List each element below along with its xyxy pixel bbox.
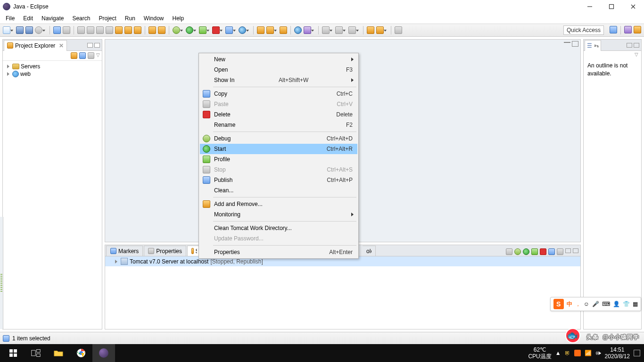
open-type-icon[interactable] <box>304 26 311 34</box>
minimize-pane-icon[interactable] <box>564 41 570 43</box>
menu-item-delete[interactable]: DeleteDelete <box>200 109 357 120</box>
menu-item-clean[interactable]: Clean... <box>200 185 357 196</box>
menu-item-show-in[interactable]: Show InAlt+Shift+W <box>200 75 357 85</box>
chrome-button[interactable] <box>70 344 92 362</box>
ime-mic-icon[interactable]: 🎤 <box>592 301 599 307</box>
step-return-icon[interactable] <box>134 26 141 34</box>
tab-properties[interactable]: Properties <box>144 246 186 256</box>
start-button[interactable] <box>2 344 25 362</box>
open-browser-icon[interactable] <box>294 26 302 34</box>
sogou-tray-icon[interactable] <box>574 350 581 356</box>
volume-icon[interactable]: 🕪 <box>595 350 601 356</box>
terminate-icon[interactable] <box>96 26 104 34</box>
tab-markers[interactable]: Markers <box>106 246 143 256</box>
menu-edit[interactable]: Edit <box>19 14 37 23</box>
external-tools-icon[interactable] <box>225 26 233 34</box>
menu-search[interactable]: Search <box>68 14 94 23</box>
ime-toolbar[interactable]: S 中 ， ☺ 🎤 ⌨ 👤 👕 ▦ <box>550 297 641 311</box>
run-icon[interactable] <box>186 26 193 34</box>
eclipse-taskbar-button[interactable] <box>92 344 115 362</box>
perspective-menu-icon[interactable] <box>35 26 42 34</box>
clock-widget[interactable]: 14:51 2020/8/12 <box>605 346 630 360</box>
publish-server-icon[interactable] <box>548 248 555 255</box>
quick-access-field[interactable]: Quick Access <box>563 25 604 35</box>
ime-lang[interactable]: 中 <box>567 300 572 308</box>
servers-view-body[interactable]: Tomcat v7.0 Server at localhost [Stopped… <box>105 256 580 329</box>
forward-icon[interactable] <box>376 26 384 34</box>
menu-file[interactable]: File <box>2 14 18 23</box>
maximize-button[interactable] <box>601 0 622 13</box>
step-into-icon[interactable] <box>115 26 123 34</box>
collapse-all-icon[interactable] <box>71 52 77 59</box>
debug-icon[interactable] <box>173 26 180 34</box>
menu-run[interactable]: Run <box>121 14 139 23</box>
menu-navigate[interactable]: Navigate <box>38 14 67 23</box>
task-view-button[interactable] <box>25 344 47 362</box>
debug-server-icon[interactable] <box>514 248 521 255</box>
menu-item-new[interactable]: New <box>200 54 357 65</box>
javaee-perspective-icon[interactable] <box>634 26 641 33</box>
minimize-pane-icon[interactable] <box>87 43 93 48</box>
network-icon[interactable]: 📶 <box>585 350 592 356</box>
annotation-next-icon[interactable] <box>335 26 343 34</box>
ime-skin-icon[interactable]: 👕 <box>623 301 630 307</box>
cpu-temp-widget[interactable]: 62℃ CPU温度 <box>528 346 551 360</box>
tree-item-web[interactable]: web <box>4 70 101 78</box>
menu-item-monitoring[interactable]: Monitoring <box>200 209 357 220</box>
link-editor-icon[interactable] <box>79 52 86 59</box>
menu-item-profile[interactable]: Profile <box>200 154 357 165</box>
menu-item-copy[interactable]: CopyCtrl+C <box>200 89 357 99</box>
new-project-icon[interactable] <box>257 26 264 34</box>
back-icon[interactable] <box>367 26 374 34</box>
file-explorer-button[interactable] <box>47 344 70 362</box>
annotation-prev-icon[interactable] <box>348 26 356 34</box>
tab-console[interactable]: ole <box>363 246 376 256</box>
menu-item-rename[interactable]: RenameF2 <box>200 120 357 130</box>
run-last-icon[interactable] <box>212 26 220 34</box>
menu-window[interactable]: Window <box>140 14 168 23</box>
maximize-pane-icon[interactable] <box>634 43 639 48</box>
new-icon[interactable] <box>3 26 10 34</box>
action-center-icon[interactable] <box>634 350 640 356</box>
menu-item-debug[interactable]: DebugCtrl+Alt+D <box>200 133 357 144</box>
new-package-icon[interactable] <box>266 26 274 34</box>
menu-item-add-and-remove[interactable]: Add and Remove... <box>200 199 357 209</box>
menu-help[interactable]: Help <box>169 14 188 23</box>
maximize-pane-icon[interactable] <box>94 43 100 48</box>
sogou-icon[interactable]: S <box>553 299 564 309</box>
open-perspective-icon[interactable] <box>610 26 617 33</box>
java-perspective-icon[interactable] <box>624 26 632 33</box>
minimize-pane-icon[interactable] <box>565 248 571 253</box>
save-icon[interactable] <box>16 26 24 34</box>
stop-server-icon[interactable] <box>540 248 546 255</box>
search-icon[interactable] <box>322 26 330 34</box>
project-tree[interactable]: Servers web <box>3 61 102 80</box>
expand-arrow-icon[interactable] <box>6 64 11 69</box>
ime-user-icon[interactable]: 👤 <box>613 301 620 307</box>
toggle-breadcrumb-icon[interactable] <box>53 26 61 34</box>
menu-item-properties[interactable]: PropertiesAlt+Enter <box>200 247 357 257</box>
profile-server-icon[interactable] <box>531 248 538 255</box>
resume-icon[interactable] <box>77 26 85 34</box>
menu-item-publish[interactable]: PublishCtrl+Alt+P <box>200 175 357 185</box>
step-over-icon[interactable] <box>124 26 132 34</box>
chevron-down-icon[interactable]: ▽ <box>96 52 100 59</box>
menu-item-start[interactable]: StartCtrl+Alt+R <box>200 144 357 154</box>
expand-arrow-icon[interactable] <box>114 259 119 264</box>
security-icon[interactable]: ⛨ <box>565 350 570 356</box>
close-button[interactable] <box>622 0 644 13</box>
drop-to-frame-icon[interactable] <box>149 26 156 34</box>
suspend-icon[interactable] <box>87 26 94 34</box>
save-all-icon[interactable] <box>25 26 33 34</box>
addremove-icon[interactable] <box>557 248 563 255</box>
ime-toolbox-icon[interactable]: ▦ <box>633 301 638 307</box>
ime-emoji-icon[interactable]: ☺ <box>584 301 589 307</box>
start-server-icon[interactable] <box>523 248 529 255</box>
view-menu-icon[interactable] <box>88 52 94 59</box>
outline-tab[interactable]: ☰ »₁ <box>585 40 601 51</box>
maximize-pane-icon[interactable] <box>572 41 578 47</box>
coverage-icon[interactable] <box>199 26 206 34</box>
menu-project[interactable]: Project <box>95 14 120 23</box>
step-filters-icon[interactable] <box>158 26 165 34</box>
view-menu-icon[interactable]: ▽ <box>584 51 641 58</box>
